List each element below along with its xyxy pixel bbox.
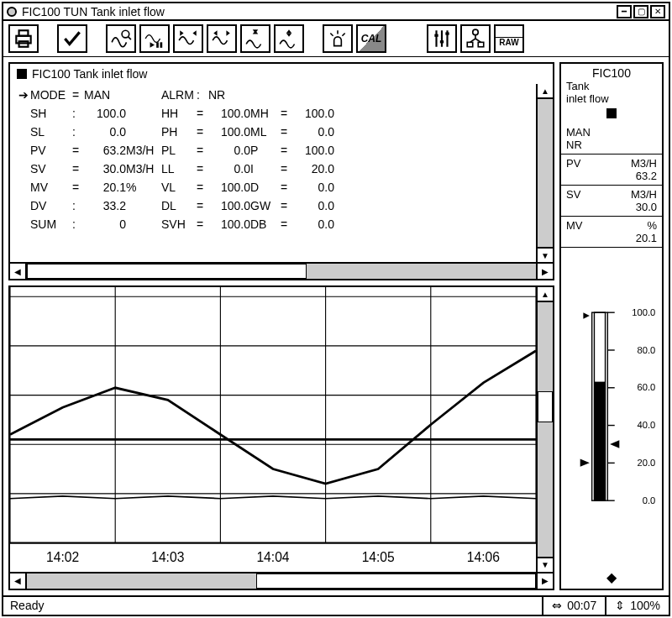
parameter-table: ➔ MODE = MAN ALRM : NR SH:100.0HH=100.0M… xyxy=(10,84,536,262)
param-value[interactable]: 0.0 xyxy=(208,162,250,175)
param-value[interactable]: 20.1 xyxy=(84,181,126,194)
close-button[interactable]: ✕ xyxy=(650,5,665,18)
param-value[interactable]: 20.0 xyxy=(292,162,334,175)
param-value[interactable]: 63.2 xyxy=(84,144,126,157)
svg-text:14:02: 14:02 xyxy=(46,550,79,564)
hscroll-track[interactable] xyxy=(27,264,536,279)
tune-wave-button[interactable] xyxy=(106,24,136,53)
confirm-button[interactable] xyxy=(57,24,87,53)
param-value[interactable]: 100.0 xyxy=(292,107,334,120)
data-hscroll[interactable]: ◀ ▶ xyxy=(10,262,553,279)
sliders-icon xyxy=(431,28,453,50)
param-value[interactable]: 100.0 xyxy=(208,217,250,231)
param-value[interactable]: 100.0 xyxy=(208,181,250,194)
param-row: DV:33.2DL=100.0GW=0.0 xyxy=(18,196,528,215)
trend-vscroll[interactable]: ▲ ▼ xyxy=(536,287,553,571)
param-value[interactable]: 0.0 xyxy=(208,144,250,157)
trend-plot[interactable]: 14:0214:0314:0414:0514:06 xyxy=(10,287,536,571)
maximize-button[interactable]: ▢ xyxy=(633,5,648,18)
vresize-icon: ⇕ xyxy=(615,599,625,612)
play-pause-icon xyxy=(144,28,165,50)
trend-hthumb[interactable] xyxy=(256,573,536,589)
trend-vtrack[interactable] xyxy=(538,302,553,556)
hresize-icon: ⇔ xyxy=(552,599,562,612)
svg-marker-15 xyxy=(286,34,292,37)
compress-h-icon xyxy=(177,28,199,50)
bargraph[interactable]: 100.080.060.040.020.00.0 xyxy=(561,248,662,565)
svg-rect-7 xyxy=(160,43,163,49)
mode-label: MODE xyxy=(30,88,72,102)
param-value[interactable]: 0.0 xyxy=(292,199,334,212)
param-value[interactable]: 100.0 xyxy=(292,144,334,157)
trend-vthumb[interactable] xyxy=(538,391,553,422)
alarm-button[interactable] xyxy=(323,24,353,53)
trend-scroll-left[interactable]: ◀ xyxy=(10,573,27,589)
widen-wave-button[interactable] xyxy=(207,24,237,53)
svg-text:40.0: 40.0 xyxy=(637,421,655,431)
param-value[interactable]: 33.2 xyxy=(84,199,126,212)
param-value[interactable]: 100.0 xyxy=(84,107,126,120)
svg-point-25 xyxy=(473,30,479,36)
trend-htrack[interactable] xyxy=(27,573,536,589)
svg-text:14:03: 14:03 xyxy=(151,550,184,564)
faceplate-alarm: NR xyxy=(566,139,657,151)
param-label: PV xyxy=(30,144,72,157)
sv-value[interactable]: 30.0 xyxy=(566,201,657,213)
param-value[interactable]: 0.0 xyxy=(292,181,334,194)
row-pointer-icon: ➔ xyxy=(18,88,30,102)
play-pause-button[interactable] xyxy=(139,24,170,53)
mixer-button[interactable] xyxy=(427,24,457,53)
raw-button[interactable]: RAW xyxy=(494,24,524,53)
param-row: PV=63.2M3/HPL=0.0P=100.0 xyxy=(18,141,528,160)
param-label: D xyxy=(250,181,281,194)
param-value[interactable]: 100.0 xyxy=(208,199,250,212)
print-button[interactable] xyxy=(8,24,39,53)
scroll-right-button[interactable]: ▶ xyxy=(536,264,553,279)
param-row: SV=30.0M3/HLL=0.0I=20.0 xyxy=(18,160,528,178)
minimize-button[interactable]: ━ xyxy=(617,5,632,18)
param-value[interactable]: 0.0 xyxy=(292,217,334,231)
mv-value[interactable]: 20.1 xyxy=(566,232,657,244)
expand-v-icon xyxy=(278,28,300,50)
param-value[interactable]: 30.0 xyxy=(84,162,126,175)
trend-scroll-down[interactable]: ▼ xyxy=(538,557,553,572)
svg-text:100.0: 100.0 xyxy=(632,307,655,317)
scroll-down-button[interactable]: ▼ xyxy=(538,247,553,262)
data-pane-header: FIC100 Tank inlet flow xyxy=(10,64,553,84)
param-value[interactable]: 0.0 xyxy=(84,125,126,139)
hscroll-thumb[interactable] xyxy=(27,264,307,279)
trend-scroll-up[interactable]: ▲ xyxy=(538,287,553,302)
printer-icon xyxy=(13,28,34,50)
svg-line-4 xyxy=(129,37,131,39)
param-label: PH xyxy=(161,125,197,139)
grow-v-wave-button[interactable] xyxy=(274,24,304,53)
check-icon xyxy=(61,28,83,50)
svg-marker-5 xyxy=(150,43,155,49)
data-vscroll[interactable]: ▲ ▼ xyxy=(536,84,553,262)
cal-button[interactable]: CAL xyxy=(356,24,386,53)
svg-marker-9 xyxy=(192,31,196,37)
svg-point-3 xyxy=(122,31,129,39)
scroll-track[interactable] xyxy=(538,99,553,247)
param-value[interactable]: 100.0 xyxy=(208,125,250,139)
scroll-up-button[interactable]: ▲ xyxy=(538,84,553,99)
diagram-button[interactable] xyxy=(460,24,491,53)
scroll-left-button[interactable]: ◀ xyxy=(10,264,27,279)
status-time-box: ⇔ 00:07 xyxy=(542,597,605,615)
param-value[interactable]: 0 xyxy=(84,217,126,231)
param-unit: % xyxy=(126,181,161,194)
mode-value[interactable]: MAN xyxy=(84,88,126,102)
svg-text:80.0: 80.0 xyxy=(637,345,655,355)
shrink-v-wave-button[interactable] xyxy=(240,24,270,53)
param-label: MH xyxy=(250,107,281,120)
svg-marker-10 xyxy=(213,31,217,37)
param-label: P xyxy=(250,144,281,157)
trend-hscroll[interactable]: ◀ ▶ xyxy=(10,572,553,589)
param-value[interactable]: 0.0 xyxy=(292,125,334,139)
trend-scroll-right[interactable]: ▶ xyxy=(536,573,553,589)
param-value[interactable]: 100.0 xyxy=(208,107,250,120)
bargraph-svg: 100.080.060.040.020.00.0 xyxy=(564,253,659,560)
faceplate-mode[interactable]: MAN xyxy=(566,126,657,139)
param-label: DL xyxy=(161,199,197,212)
narrow-wave-button[interactable] xyxy=(173,24,203,53)
